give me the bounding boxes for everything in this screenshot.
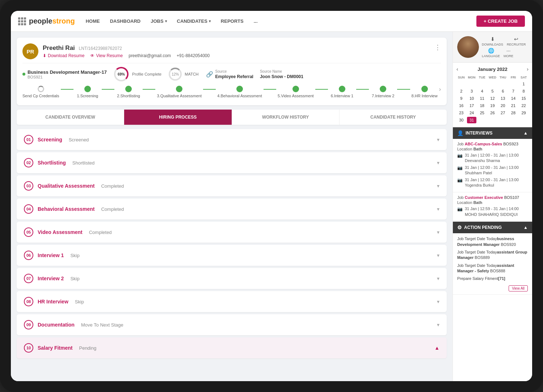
calendar-day[interactable]: 12 <box>488 95 497 102</box>
calendar-day[interactable]: 5 <box>488 88 497 94</box>
step-num-2: 03 <box>24 181 33 191</box>
create-job-button[interactable]: + CREATE JOB <box>476 16 525 27</box>
calendar-day[interactable]: 4 <box>477 88 487 94</box>
recruiter-label: RECRUITER <box>507 43 526 46</box>
more-icon-item[interactable]: ··· MORE <box>504 48 513 58</box>
calendar-day[interactable]: 27 <box>498 110 508 116</box>
calendar-day[interactable]: 25 <box>477 110 487 116</box>
process-item-8[interactable]: 09DocumentationMove To Next Stage▾ <box>17 314 447 335</box>
tab-workflow-history[interactable]: WORKFLOW HISTORY <box>232 110 340 125</box>
match-label: MATCH <box>185 72 198 76</box>
process-item-1[interactable]: 02ShortlistingShortlisted▾ <box>17 152 447 173</box>
calendar-day[interactable]: 7 <box>509 88 518 94</box>
calendar-day[interactable]: 29 <box>519 110 529 116</box>
calendar-day[interactable]: 28 <box>509 110 518 116</box>
recruiter-icon-item[interactable]: ↩ RECRUITER <box>507 36 526 46</box>
calendar-day[interactable]: 8 <box>519 88 529 94</box>
nav-dashboard[interactable]: DASHBOARD <box>110 18 141 24</box>
calendar-day[interactable]: 26 <box>488 110 497 116</box>
step-status-8: Move To Next Stage <box>81 322 123 328</box>
calendar-day[interactable]: 9 <box>456 95 466 102</box>
step-chevron-9: ▲ <box>434 345 439 351</box>
job-badge: Business Development Manager-17 BOS921 <box>22 69 107 79</box>
calendar-day[interactable]: 30 <box>456 117 466 123</box>
calendar-day[interactable]: 17 <box>467 102 477 109</box>
calendar-day[interactable]: 24 <box>467 110 477 116</box>
action-item-1: Job Target Date Todaybusiness Developmen… <box>457 236 528 247</box>
interview-job1-location: Location Bath <box>457 147 528 151</box>
calendar-day[interactable]: 22 <box>519 102 529 109</box>
nav-home[interactable]: HOME <box>86 18 100 24</box>
tab-candidate-overview[interactable]: CANDIDATE OVERVIEW <box>17 110 124 125</box>
nav-more[interactable]: ... <box>254 18 258 24</box>
interview-job2-entry1: 📷 31 Jan | 12:59 - 31 Jan | 14:00 MOHD S… <box>457 206 528 217</box>
calendar-day[interactable]: 1 <box>519 81 529 87</box>
step-status-0: Screened <box>69 137 89 142</box>
calendar-day <box>488 117 497 123</box>
calendar-day[interactable]: 2 <box>456 88 466 94</box>
process-item-5[interactable]: 06Interview 1Skip▾ <box>17 245 447 266</box>
step-chevron-0: ▾ <box>437 137 439 142</box>
calendar-day[interactable]: 18 <box>477 102 487 109</box>
calendar-day[interactable]: 14 <box>509 95 518 102</box>
calendar-next-arrow[interactable]: › <box>527 66 529 72</box>
interviews-collapse-icon[interactable]: ▲ <box>523 131 528 136</box>
calendar-prev-arrow[interactable]: ‹ <box>456 66 458 72</box>
step-chevron-6: ▾ <box>437 276 439 281</box>
globe-icon: 🌐 <box>488 48 494 54</box>
main-content: PR Preethi Rai LNT/16423988762072 ⬇ Dow <box>11 32 532 381</box>
calendar-day[interactable]: 6 <box>498 88 508 94</box>
downloads-icon-item[interactable]: ⬇ DOWNLOADS <box>482 36 503 46</box>
nav-candidates[interactable]: CANDIDATES ▾ <box>177 18 211 24</box>
match-block: 12% MATCH <box>169 68 198 81</box>
calendar-day[interactable]: 19 <box>488 102 497 109</box>
calendar-month: January 2022 <box>477 67 507 72</box>
action-collapse-icon[interactable]: ▲ <box>523 225 528 230</box>
process-left-1: 02ShortlistingShortlisted <box>24 158 94 167</box>
calendar-day-header: THU <box>498 75 508 80</box>
profile-pct-value: 69% <box>118 72 125 76</box>
tab-candidate-history[interactable]: CANDIDATE HISTORY <box>340 110 447 125</box>
step-status-3: Completed <box>101 206 124 212</box>
calendar-day[interactable]: 21 <box>509 102 518 109</box>
calendar-day[interactable]: 15 <box>519 95 529 102</box>
pipeline-scroll-arrow[interactable]: › <box>439 86 441 93</box>
view-all-button[interactable]: View All <box>509 285 528 291</box>
process-item-2[interactable]: 03Qualitative AssessmentCompleted▾ <box>17 175 447 196</box>
nav-reports[interactable]: REPORTS <box>221 18 244 24</box>
calendar-day[interactable]: 11 <box>477 95 487 102</box>
calendar-day[interactable]: 23 <box>456 110 466 116</box>
step-chevron-5: ▾ <box>437 252 439 258</box>
language-icon-item[interactable]: 🌐 LANGUAGE <box>482 48 500 58</box>
candidate-card: PR Preethi Rai LNT/16423988762072 ⬇ Dow <box>17 38 447 105</box>
download-resume-link[interactable]: ⬇ Download Resume <box>43 53 84 58</box>
process-item-9[interactable]: 10Salary FitmentPending▲ <box>17 337 447 358</box>
process-left-5: 06Interview 1Skip <box>24 251 80 260</box>
calendar-day[interactable]: 31 <box>467 117 477 123</box>
calendar-day[interactable]: 13 <box>498 95 508 102</box>
interview-job2-code: BOS107 <box>504 195 519 200</box>
process-left-8: 09DocumentationMove To Next Stage <box>24 320 123 329</box>
process-item-3[interactable]: 04Behavioral AssessmentCompleted▾ <box>17 199 447 220</box>
process-item-7[interactable]: 08HR InterviewSkip▾ <box>17 291 447 312</box>
eye-icon: 👁 <box>90 53 94 58</box>
process-item-4[interactable]: 05Video AssessmentCompleted▾ <box>17 222 447 243</box>
pipeline-dot-3 <box>176 86 182 92</box>
source-label: Source <box>215 69 253 73</box>
step-status-9: Pending <box>79 345 96 351</box>
process-item-6[interactable]: 07Interview 2Skip▾ <box>17 268 447 289</box>
calendar-day[interactable]: 16 <box>456 102 466 109</box>
process-item-0[interactable]: 01ScreeningScreened▾ <box>17 129 447 150</box>
calendar-day[interactable]: 10 <box>467 95 477 102</box>
calendar-day[interactable]: 20 <box>498 102 508 109</box>
view-resume-link[interactable]: 👁 View Resume <box>90 53 123 58</box>
pipeline-line-3 <box>203 89 216 90</box>
more-options-icon[interactable]: ⋮ <box>434 43 441 51</box>
process-left-6: 07Interview 2Skip <box>24 274 80 283</box>
candidate-actions: ⬇ Download Resume 👁 View Resume preethir… <box>43 53 210 58</box>
calendar-day <box>477 117 487 123</box>
nav-jobs[interactable]: JOBS ▾ <box>151 18 167 24</box>
tab-hiring-process[interactable]: HIRING PROCESS <box>124 110 232 125</box>
top-navigation: peoplestrong HOME DASHBOARD JOBS ▾ CANDI… <box>11 11 532 32</box>
calendar-day[interactable]: 3 <box>467 88 477 94</box>
